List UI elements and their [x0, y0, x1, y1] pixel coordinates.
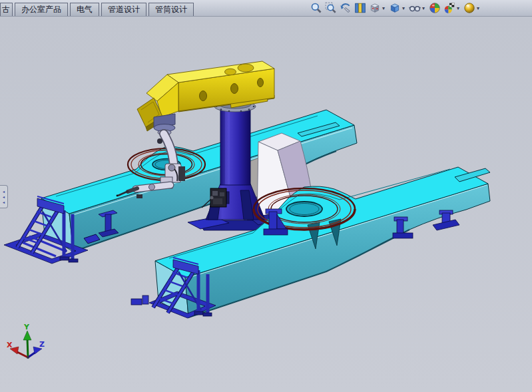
dropdown-arrow-icon[interactable]: ▾ [401, 5, 406, 11]
hide-show-items-button[interactable]: ▾ [408, 1, 427, 15]
apply-scene-button[interactable]: ▾ [443, 1, 461, 15]
model-scene[interactable]: Y X Z [0, 17, 532, 392]
cad-application-window: 古 办公室产品 电气 管道设计 管筒设计 [0, 0, 532, 392]
undo-arrow-pen-icon [340, 2, 352, 14]
dropdown-arrow-icon[interactable]: ▾ [421, 5, 426, 11]
section-view-button[interactable] [354, 1, 367, 15]
feature-panel-collapse-tab[interactable]: ◂ ◂ ◂ [0, 185, 8, 208]
triad-x-label: X [7, 341, 13, 349]
tab-office-products[interactable]: 办公室产品 [15, 3, 68, 16]
gold-sphere-icon [463, 2, 475, 14]
tab-partial[interactable]: 古 [0, 3, 13, 16]
triad-z-label: Z [39, 340, 45, 349]
collapse-arrow-icon: ◂ [3, 194, 5, 200]
previous-view-button[interactable] [339, 1, 352, 15]
tab-piping-design[interactable]: 管道设计 [101, 3, 146, 16]
command-manager-bar: 古 办公室产品 电气 管道设计 管筒设计 [0, 0, 532, 17]
display-style-button[interactable]: ▾ [388, 1, 407, 15]
section-cube-icon [354, 2, 366, 14]
eyeglasses-icon [409, 2, 421, 14]
edit-appearance-button[interactable] [428, 1, 441, 15]
zoom-to-area-button[interactable] [324, 1, 338, 15]
collapse-arrow-icon: ◂ [3, 189, 5, 194]
dropdown-arrow-icon[interactable]: ▾ [475, 5, 481, 11]
color-sphere-icon [429, 2, 441, 14]
magnifier-icon [310, 2, 322, 14]
scene-checker-sphere-icon [443, 2, 455, 14]
tab-tubing-design[interactable]: 管筒设计 [148, 3, 194, 16]
zoom-to-fit-button[interactable] [310, 1, 323, 15]
command-tabs: 古 办公室产品 电气 管道设计 管筒设计 [0, 3, 194, 16]
view-orientation-button[interactable]: ▾ [368, 1, 387, 15]
heads-up-view-toolbar: ▾ ▾ ▾ [310, 1, 481, 15]
shaded-cube-icon [389, 2, 401, 14]
view-settings-button[interactable]: ▾ [463, 1, 481, 15]
magnifier-area-icon [325, 2, 337, 14]
collapse-arrow-icon: ◂ [3, 200, 5, 205]
triad-y-label: Y [23, 323, 30, 331]
graphics-area[interactable]: Y X Z ◂ ◂ ◂ [0, 17, 532, 392]
orientation-cube-icon [369, 2, 381, 14]
dropdown-arrow-icon[interactable]: ▾ [455, 5, 461, 11]
tab-electrical[interactable]: 电气 [70, 3, 99, 16]
dropdown-arrow-icon[interactable]: ▾ [381, 5, 386, 11]
